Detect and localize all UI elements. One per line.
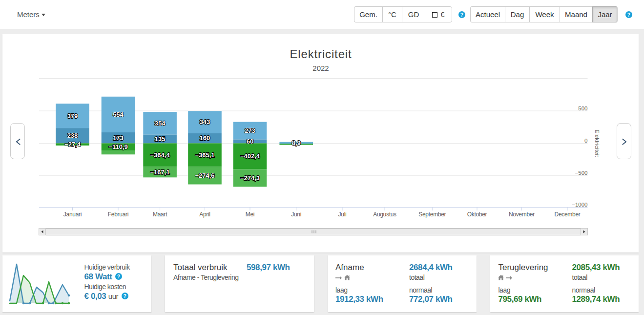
- svg-text:−1000: −1000: [572, 202, 587, 208]
- svg-text:273: 273: [245, 127, 255, 134]
- svg-text:343: 343: [200, 118, 210, 126]
- svg-text:354: 354: [155, 120, 166, 127]
- svg-text:April: April: [199, 211, 210, 218]
- svg-text:173: 173: [113, 134, 124, 142]
- svg-text:December: December: [555, 211, 581, 218]
- svg-text:379: 379: [67, 112, 78, 120]
- svg-text:Elektriciteit: Elektriciteit: [290, 47, 352, 61]
- svg-text:Juni: Juni: [291, 211, 301, 218]
- svg-text:Februari: Februari: [108, 211, 128, 218]
- svg-text:−274,6: −274,6: [195, 172, 214, 179]
- svg-text:554: 554: [113, 111, 124, 118]
- svg-text:−27,4: −27,4: [64, 141, 81, 148]
- svg-text:September: September: [418, 211, 446, 218]
- svg-text:238: 238: [67, 132, 78, 139]
- svg-text:Oktober: Oktober: [467, 211, 487, 218]
- svg-text:Januari: Januari: [63, 211, 82, 218]
- svg-text:160: 160: [200, 134, 210, 142]
- svg-text:0: 0: [584, 138, 587, 144]
- svg-text:−167,1: −167,1: [150, 168, 170, 176]
- svg-text:−364,4: −364,4: [150, 151, 170, 159]
- svg-text:Maart: Maart: [153, 211, 167, 218]
- svg-text:−365,1: −365,1: [195, 151, 214, 159]
- svg-text:2022: 2022: [312, 64, 329, 72]
- svg-text:−500: −500: [575, 170, 588, 176]
- svg-text:−402,4: −402,4: [240, 152, 260, 160]
- svg-text:500: 500: [578, 105, 587, 111]
- svg-text:Elektriciteit: Elektriciteit: [594, 130, 600, 157]
- svg-text:−110,9: −110,9: [108, 143, 127, 150]
- svg-text:135: 135: [155, 135, 166, 143]
- svg-text:Mei: Mei: [246, 211, 254, 218]
- svg-text:November: November: [509, 211, 535, 218]
- svg-text:Juli: Juli: [338, 211, 347, 218]
- svg-text:−274,3: −274,3: [240, 174, 260, 182]
- svg-text:60: 60: [247, 138, 253, 145]
- svg-text:8,9: 8,9: [292, 139, 301, 147]
- svg-text:Augustus: Augustus: [373, 211, 396, 218]
